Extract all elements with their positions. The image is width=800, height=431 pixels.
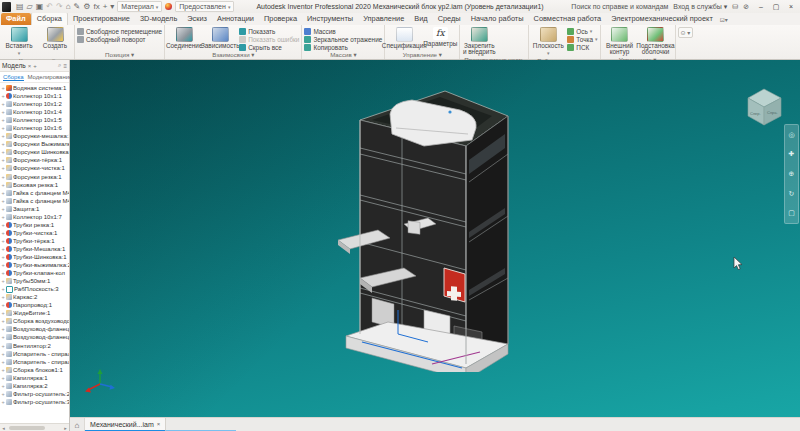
tree-item[interactable]: + Коллектор 10х1:5 [1,116,69,124]
tree-item[interactable]: + Защита:1 [1,205,69,213]
hamburger-icon[interactable]: ≡ [63,63,67,69]
expand-icon[interactable]: + [1,133,5,139]
expand-icon[interactable]: + [1,334,5,340]
expand-icon[interactable]: + [1,254,5,260]
expand-icon[interactable]: + [1,343,5,349]
tree-item[interactable]: + Капилярка:2 [1,382,69,390]
expand-icon[interactable]: + [1,174,5,180]
app-store-icon[interactable]: ⛁ [732,3,738,11]
ribbon-tab[interactable]: Совместная работа [529,13,607,25]
tree-item[interactable]: + Гайка с фланцем М4:1 [1,189,69,197]
qat-icon[interactable]: ▣ [36,2,44,12]
expand-icon[interactable]: + [1,318,5,324]
show-relationships-button[interactable]: Показать [239,28,299,35]
expand-icon[interactable]: + [1,375,5,381]
restore-button[interactable]: ▢ [769,1,783,12]
expand-icon[interactable]: + [1,391,5,397]
copy-button[interactable]: Копировать [304,44,382,51]
tree-item[interactable]: + Форсунки-чистка:1 [1,164,69,172]
tree-item[interactable]: + Фильтр-осушитель:3 [1,398,69,406]
outer-contour-button[interactable]: Внешний контур [603,26,637,56]
ribbon-tab[interactable]: Файл [1,13,31,25]
insert-component-button[interactable]: Вставить▾ [2,26,36,57]
scroll-right-icon[interactable]: ▸ [62,425,69,431]
nav-icon[interactable]: ✚ [789,150,795,158]
tree-item[interactable]: + Коллектор 10х1:2 [1,100,69,108]
tree-item[interactable]: + Коллектор 10х1:6 [1,124,69,132]
nav-icon[interactable]: ↻ [789,190,795,198]
search-icon[interactable]: ⌕ [58,62,61,69]
ucs-button[interactable]: ПСК [567,44,597,51]
qat-icon[interactable]: fx [93,2,99,12]
browser-subtab[interactable]: Моделирование [28,74,73,80]
expand-icon[interactable]: + [1,125,5,131]
document-tab-close-icon[interactable]: × [157,421,161,427]
expand-icon[interactable]: + [1,383,5,389]
expand-icon[interactable]: + [1,286,5,292]
expand-icon[interactable]: + [1,326,5,332]
document-tab[interactable]: Механический...iam × [85,418,166,431]
expand-icon[interactable]: + [1,270,5,276]
qat-icon[interactable]: ⌂ [66,2,71,12]
qat-icon[interactable]: ↶ [46,2,53,12]
qat-icon[interactable]: ↷ [56,2,63,12]
expand-icon[interactable]: + [1,359,5,365]
expand-icon[interactable]: + [1,399,5,405]
expand-icon[interactable]: + [1,198,5,204]
browser-close-icon[interactable]: × [28,63,32,69]
expand-icon[interactable]: + [1,157,5,163]
ribbon-tab[interactable]: Аннотации [212,13,259,25]
qat-icon[interactable]: + [103,2,108,12]
appearance-dropdown[interactable]: Предоставлен▾ [175,1,234,12]
expand-icon[interactable]: + [1,149,5,155]
sign-in-button[interactable]: Вход в службы ▾ [673,3,727,11]
graphics-viewport[interactable]: Спер. Спра. ◎✚⊕↻▢ ⌂ Механический...iam × [70,60,800,431]
tree-item[interactable]: + Фильтр-осушитель:2 [1,390,69,398]
shell-substitute-button[interactable]: Подстановка оболочки [639,26,673,56]
mirror-button[interactable]: Зеркальное отражение [304,36,382,43]
ribbon-overflow-button[interactable]: ⊙ ▾ [678,27,694,38]
browser-horizontal-scrollbar[interactable]: ◂ ▸ [0,423,69,431]
work-plane-button[interactable]: Плоскость▾ [531,26,565,57]
scroll-left-icon[interactable]: ◂ [0,425,7,431]
tree-item[interactable]: + Трубки-Шинковка:1 [1,253,69,261]
expand-icon[interactable]: + [1,367,5,373]
tree-item[interactable]: + Трубки-клапан-кол [1,269,69,277]
browser-add-tab-icon[interactable]: + [33,63,37,69]
expand-icon[interactable]: + [1,246,5,252]
group-label-pattern[interactable]: Массив ▾ [304,51,382,59]
hide-all-button[interactable]: Скрыть все [239,44,299,51]
tree-item[interactable]: + РабПлоскость:3 [1,285,69,293]
home-tab-icon[interactable]: ⌂ [70,418,85,431]
ribbon-tab[interactable]: 3D-модель [135,13,182,25]
tree-item[interactable]: + Боковая резка:1 [1,181,69,189]
group-label-relationships[interactable]: Взаимосвязи ▾ [167,51,299,59]
scrollbar-thumb[interactable] [9,426,45,430]
expand-icon[interactable]: + [1,302,5,308]
tab-overflow-icon[interactable]: ⊡▾ [720,16,728,23]
ribbon-tab[interactable]: Электромеханический проект [606,13,718,25]
expand-icon[interactable]: + [1,262,5,268]
tree-item[interactable]: + Форсунки Выжималка:1 [1,140,69,148]
tree-item[interactable]: + Сборка воздуховодов:1 [1,317,69,325]
expand-icon[interactable]: + [1,182,5,188]
parameters-button[interactable]: fx Параметры [423,26,457,47]
tree-item[interactable]: + Форсунки-тёрка:1 [1,156,69,164]
tree-item[interactable]: + Форсунки-мешалка:1 [1,132,69,140]
tree-item[interactable]: + Испаритель - спираль:1 [1,350,69,358]
qat-icon[interactable]: ▾ [110,2,114,12]
expand-icon[interactable]: + [1,230,5,236]
qat-icon[interactable]: ▱ [27,2,33,12]
nav-icon[interactable]: ▢ [788,209,795,217]
ribbon-tab[interactable]: Проверка [259,13,302,25]
tree-item[interactable]: + Трубки-тёрка:1 [1,237,69,245]
qat-icon[interactable]: ▤ [16,2,24,12]
tree-item[interactable]: + Вентилятор:2 [1,342,69,350]
inventor-app-icon[interactable] [2,2,11,12]
qat-icon[interactable]: ⚙ [83,2,90,12]
expand-icon[interactable]: + [1,351,5,357]
tree-item[interactable]: + Трубки-Мешалка:1 [1,245,69,253]
tree-item[interactable]: + Коллектор 10х1:1 [1,92,69,100]
assembly-3d-model[interactable] [332,82,512,372]
expand-icon[interactable]: + [1,165,5,171]
